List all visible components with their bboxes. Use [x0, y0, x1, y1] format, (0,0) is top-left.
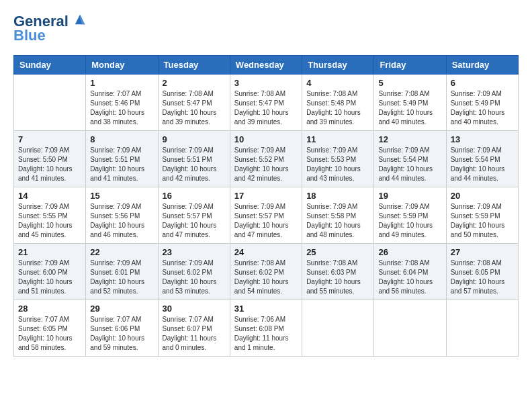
day-number: 31	[234, 304, 298, 314]
day-cell: 17Sunrise: 7:09 AMSunset: 5:57 PMDayligh…	[230, 187, 302, 244]
day-cell: 21Sunrise: 7:09 AMSunset: 6:00 PMDayligh…	[14, 244, 86, 300]
day-cell	[374, 300, 446, 357]
day-info: Sunrise: 7:09 AMSunset: 5:57 PMDaylight:…	[163, 202, 226, 240]
day-info: Sunrise: 7:09 AMSunset: 5:50 PMDaylight:…	[18, 146, 81, 183]
day-info: Sunrise: 7:09 AMSunset: 5:51 PMDaylight:…	[90, 146, 153, 183]
day-info: Sunrise: 7:09 AMSunset: 6:01 PMDaylight:…	[90, 259, 153, 296]
day-number: 12	[378, 134, 441, 144]
day-info: Sunrise: 7:08 AMSunset: 6:05 PMDaylight:…	[451, 259, 514, 296]
week-row-5: 28Sunrise: 7:07 AMSunset: 6:05 PMDayligh…	[14, 300, 519, 357]
day-info: Sunrise: 7:08 AMSunset: 5:48 PMDaylight:…	[306, 89, 369, 127]
day-info: Sunrise: 7:09 AMSunset: 5:59 PMDaylight:…	[378, 202, 441, 240]
calendar-table: SundayMondayTuesdayWednesdayThursdayFrid…	[13, 55, 519, 357]
col-header-saturday: Saturday	[446, 56, 518, 75]
day-cell: 4Sunrise: 7:08 AMSunset: 5:48 PMDaylight…	[302, 75, 374, 131]
day-info: Sunrise: 7:07 AMSunset: 6:07 PMDaylight:…	[163, 315, 226, 353]
day-info: Sunrise: 7:09 AMSunset: 5:51 PMDaylight:…	[163, 146, 226, 183]
col-header-sunday: Sunday	[14, 56, 86, 75]
col-header-wednesday: Wednesday	[230, 56, 302, 75]
week-row-3: 14Sunrise: 7:09 AMSunset: 5:55 PMDayligh…	[14, 187, 519, 244]
header: General Blue	[13, 13, 519, 44]
day-cell: 30Sunrise: 7:07 AMSunset: 6:07 PMDayligh…	[158, 300, 230, 357]
day-number: 10	[234, 134, 298, 144]
day-number: 26	[378, 247, 441, 257]
day-cell: 31Sunrise: 7:06 AMSunset: 6:08 PMDayligh…	[230, 300, 302, 357]
day-cell: 20Sunrise: 7:09 AMSunset: 5:59 PMDayligh…	[446, 187, 518, 244]
day-cell: 2Sunrise: 7:08 AMSunset: 5:47 PMDaylight…	[158, 75, 230, 131]
day-number: 24	[234, 247, 298, 257]
day-info: Sunrise: 7:09 AMSunset: 5:56 PMDaylight:…	[90, 202, 153, 240]
day-cell	[14, 75, 86, 131]
day-number: 11	[306, 134, 369, 144]
day-cell: 25Sunrise: 7:08 AMSunset: 6:03 PMDayligh…	[302, 244, 374, 300]
day-cell: 27Sunrise: 7:08 AMSunset: 6:05 PMDayligh…	[446, 244, 518, 300]
day-number: 25	[306, 247, 369, 257]
day-cell	[446, 300, 518, 357]
day-info: Sunrise: 7:08 AMSunset: 6:04 PMDaylight:…	[378, 259, 441, 296]
day-cell: 14Sunrise: 7:09 AMSunset: 5:55 PMDayligh…	[14, 187, 86, 244]
day-number: 30	[163, 304, 226, 314]
day-cell: 16Sunrise: 7:09 AMSunset: 5:57 PMDayligh…	[158, 187, 230, 244]
day-info: Sunrise: 7:08 AMSunset: 5:49 PMDaylight:…	[378, 89, 441, 127]
day-info: Sunrise: 7:08 AMSunset: 6:03 PMDaylight:…	[306, 259, 369, 296]
day-cell: 26Sunrise: 7:08 AMSunset: 6:04 PMDayligh…	[374, 244, 446, 300]
day-number: 22	[90, 247, 153, 257]
day-cell: 3Sunrise: 7:08 AMSunset: 5:47 PMDaylight…	[230, 75, 302, 131]
day-number: 17	[234, 191, 298, 201]
day-cell: 1Sunrise: 7:07 AMSunset: 5:46 PMDaylight…	[86, 75, 158, 131]
day-number: 9	[163, 134, 226, 144]
day-number: 14	[18, 191, 81, 201]
day-cell: 10Sunrise: 7:09 AMSunset: 5:52 PMDayligh…	[230, 131, 302, 187]
week-row-2: 7Sunrise: 7:09 AMSunset: 5:50 PMDaylight…	[14, 131, 519, 187]
day-cell: 13Sunrise: 7:09 AMSunset: 5:54 PMDayligh…	[446, 131, 518, 187]
day-number: 6	[451, 78, 514, 88]
day-info: Sunrise: 7:09 AMSunset: 6:00 PMDaylight:…	[18, 259, 81, 296]
day-cell: 12Sunrise: 7:09 AMSunset: 5:54 PMDayligh…	[374, 131, 446, 187]
day-number: 8	[90, 134, 153, 144]
day-info: Sunrise: 7:09 AMSunset: 5:57 PMDaylight:…	[234, 202, 298, 240]
day-number: 15	[90, 191, 153, 201]
day-cell: 9Sunrise: 7:09 AMSunset: 5:51 PMDaylight…	[158, 131, 230, 187]
day-cell: 5Sunrise: 7:08 AMSunset: 5:49 PMDaylight…	[374, 75, 446, 131]
day-info: Sunrise: 7:09 AMSunset: 5:54 PMDaylight:…	[451, 146, 514, 183]
day-cell: 23Sunrise: 7:09 AMSunset: 6:02 PMDayligh…	[158, 244, 230, 300]
col-header-friday: Friday	[374, 56, 446, 75]
day-info: Sunrise: 7:07 AMSunset: 6:05 PMDaylight:…	[18, 315, 81, 353]
day-cell: 15Sunrise: 7:09 AMSunset: 5:56 PMDayligh…	[86, 187, 158, 244]
day-cell: 29Sunrise: 7:07 AMSunset: 6:06 PMDayligh…	[86, 300, 158, 357]
col-header-monday: Monday	[86, 56, 158, 75]
day-info: Sunrise: 7:09 AMSunset: 5:49 PMDaylight:…	[451, 89, 514, 127]
day-number: 16	[163, 191, 226, 201]
day-info: Sunrise: 7:09 AMSunset: 5:59 PMDaylight:…	[451, 202, 514, 240]
day-info: Sunrise: 7:07 AMSunset: 6:06 PMDaylight:…	[90, 315, 153, 353]
day-info: Sunrise: 7:08 AMSunset: 5:47 PMDaylight:…	[234, 89, 298, 127]
day-info: Sunrise: 7:07 AMSunset: 5:46 PMDaylight:…	[90, 89, 153, 127]
day-number: 28	[18, 304, 81, 314]
day-cell	[302, 300, 374, 357]
day-number: 18	[306, 191, 369, 201]
day-info: Sunrise: 7:09 AMSunset: 6:02 PMDaylight:…	[163, 259, 226, 296]
week-row-4: 21Sunrise: 7:09 AMSunset: 6:00 PMDayligh…	[14, 244, 519, 300]
day-info: Sunrise: 7:09 AMSunset: 5:58 PMDaylight:…	[306, 202, 369, 240]
day-info: Sunrise: 7:08 AMSunset: 6:02 PMDaylight:…	[234, 259, 298, 296]
logo-icon	[74, 13, 86, 26]
day-number: 2	[163, 78, 226, 88]
col-header-tuesday: Tuesday	[158, 56, 230, 75]
day-cell: 22Sunrise: 7:09 AMSunset: 6:01 PMDayligh…	[86, 244, 158, 300]
day-number: 29	[90, 304, 153, 314]
day-number: 13	[451, 134, 514, 144]
week-row-1: 1Sunrise: 7:07 AMSunset: 5:46 PMDaylight…	[14, 75, 519, 131]
day-cell: 28Sunrise: 7:07 AMSunset: 6:05 PMDayligh…	[14, 300, 86, 357]
day-cell: 19Sunrise: 7:09 AMSunset: 5:59 PMDayligh…	[374, 187, 446, 244]
day-info: Sunrise: 7:09 AMSunset: 5:52 PMDaylight:…	[234, 146, 298, 183]
day-info: Sunrise: 7:06 AMSunset: 6:08 PMDaylight:…	[234, 315, 298, 353]
day-number: 27	[451, 247, 514, 257]
day-number: 20	[451, 191, 514, 201]
day-number: 7	[18, 134, 81, 144]
day-cell: 8Sunrise: 7:09 AMSunset: 5:51 PMDaylight…	[86, 131, 158, 187]
day-cell: 6Sunrise: 7:09 AMSunset: 5:49 PMDaylight…	[446, 75, 518, 131]
header-row: SundayMondayTuesdayWednesdayThursdayFrid…	[14, 56, 519, 75]
day-info: Sunrise: 7:08 AMSunset: 5:47 PMDaylight:…	[163, 89, 226, 127]
day-number: 4	[306, 78, 369, 88]
day-cell: 24Sunrise: 7:08 AMSunset: 6:02 PMDayligh…	[230, 244, 302, 300]
